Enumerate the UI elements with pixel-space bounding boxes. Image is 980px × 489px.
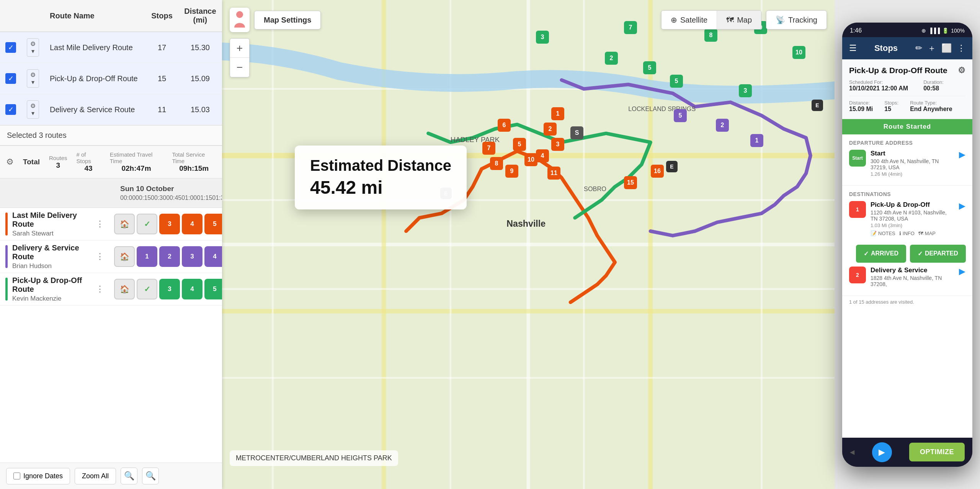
zoom-all-button[interactable]: Zoom All xyxy=(75,468,116,484)
end-pin-e2[interactable]: E xyxy=(666,161,678,172)
map-pin-o8[interactable]: 8 xyxy=(490,157,503,170)
route-gear-button[interactable]: ⚙ ▾ xyxy=(27,100,39,119)
map-pin-p1[interactable]: 1 xyxy=(750,134,763,147)
route-checkbox-cell[interactable]: ✓ xyxy=(0,94,21,125)
map-pin-p2[interactable]: 2 xyxy=(716,119,729,132)
end-pin-e1[interactable]: E xyxy=(812,100,823,111)
totals-gear-icon[interactable]: ⚙ xyxy=(6,157,14,167)
stop-pill[interactable]: 🏠 xyxy=(114,246,135,267)
estimated-distance-popup: Estimated Distance 45.42 mi xyxy=(295,146,467,209)
stop-pill[interactable]: 3 xyxy=(159,279,180,299)
nav-arrow-button[interactable]: ▶ xyxy=(872,442,892,462)
kebab-menu-button[interactable]: ⋮ xyxy=(94,250,106,263)
stop-pill[interactable]: 🏠 xyxy=(114,279,135,299)
route-checkbox[interactable]: ✓ xyxy=(5,104,16,115)
settings-icon[interactable]: ⚙ xyxy=(958,65,965,75)
map-view-buttons: ⊕ Satellite 🗺 Map xyxy=(661,10,761,29)
route-gear-button[interactable]: ⚙ ▾ xyxy=(27,69,39,88)
share-icon[interactable]: ⬜ xyxy=(941,43,952,53)
route-gear-cell[interactable]: ⚙ ▾ xyxy=(21,63,44,94)
stop-pill[interactable]: 4 xyxy=(182,279,203,299)
map-pin-2[interactable]: 2 xyxy=(605,52,618,65)
arrived-button[interactable]: ✓ ARRIVED xyxy=(856,245,906,263)
check-arrived-icon: ✓ xyxy=(864,250,869,257)
phone-time: 1:46 xyxy=(850,27,862,34)
stop-pill[interactable]: 3 xyxy=(182,246,203,267)
kebab-menu-button[interactable]: ⋮ xyxy=(94,218,106,231)
route-checkbox[interactable]: ✓ xyxy=(5,73,16,84)
map-pin-o3[interactable]: 3 xyxy=(551,138,564,151)
zoom-in-map-button[interactable]: + xyxy=(230,39,249,58)
map-pin-o9[interactable]: 9 xyxy=(505,165,518,178)
kebab-menu-button[interactable]: ⋮ xyxy=(94,283,106,296)
ignore-dates-checkbox[interactable] xyxy=(13,473,20,479)
notes-link[interactable]: 📝 NOTES xyxy=(871,231,895,236)
route-gear-button[interactable]: ⚙ ▾ xyxy=(27,38,39,57)
zoom-in-button[interactable]: 🔍 xyxy=(121,468,137,484)
map-pin-o4[interactable]: 4 xyxy=(536,149,549,162)
map-pin-o2[interactable]: 2 xyxy=(544,123,557,136)
map-pin-o1[interactable]: 1 xyxy=(551,107,564,120)
s-pin[interactable]: S xyxy=(570,126,583,139)
map-pin-o6[interactable]: 6 xyxy=(498,119,511,132)
map-pin-3b[interactable]: 3 xyxy=(739,84,752,97)
map-pin-o15[interactable]: 15 xyxy=(624,176,637,189)
person-icon[interactable] xyxy=(230,8,250,32)
info-link[interactable]: ℹ INFO xyxy=(899,231,915,236)
map-pin-o11[interactable]: 11 xyxy=(547,167,560,180)
optimize-button[interactable]: OPTIMIZE xyxy=(909,443,965,461)
map-pin-5b[interactable]: 5 xyxy=(670,75,683,88)
map-pin-o10[interactable]: 10 xyxy=(524,153,537,166)
duration-label: Duration: xyxy=(923,79,944,85)
stop-pill[interactable]: 1 xyxy=(137,246,157,267)
map-pin-10[interactable]: 10 xyxy=(792,46,805,59)
map-pin-o7[interactable]: 7 xyxy=(482,142,495,155)
distance-value: 15.09 Mi xyxy=(849,106,873,113)
more-icon[interactable]: ⋮ xyxy=(957,43,965,53)
map-link[interactable]: 🗺 MAP xyxy=(918,231,936,236)
map-settings-button[interactable]: Map Settings xyxy=(254,11,321,29)
ignore-dates-label[interactable]: Ignore Dates xyxy=(6,468,70,484)
map-button[interactable]: 🗺 Map xyxy=(717,11,761,29)
satellite-button[interactable]: ⊕ Satellite xyxy=(662,11,717,29)
departed-label: DEPARTED xyxy=(925,250,958,257)
route-table-row: ✓ ⚙ ▾ Pick-Up & Drop-Off Route 15 15.09 xyxy=(0,63,222,94)
zoom-out-map-button[interactable]: − xyxy=(230,58,249,77)
start-nav-icon[interactable]: ▶ xyxy=(959,150,965,160)
route-gear-cell[interactable]: ⚙ ▾ xyxy=(21,32,44,63)
zoom-out-button[interactable]: 🔍 xyxy=(142,468,159,484)
stop-pill[interactable]: 4 xyxy=(204,246,222,267)
travel-time-label: Estimated Travel Time xyxy=(110,151,163,164)
tracking-button[interactable]: 📡 Tracking xyxy=(766,10,827,29)
hamburger-icon[interactable]: ☰ xyxy=(849,43,857,53)
timeline-section: Sun 10 October 00:0000:1500:3000:4501:00… xyxy=(0,178,222,463)
route-checkbox[interactable]: ✓ xyxy=(5,42,16,53)
stop-2-nav-icon[interactable]: ▶ xyxy=(959,267,965,276)
arrived-departed-row: ✓ ARRIVED ✓ DEPARTED xyxy=(849,241,965,267)
stop-pill[interactable]: 4 xyxy=(182,214,203,234)
col-gear xyxy=(21,0,44,32)
estimated-distance-title: Estimated Distance xyxy=(310,157,451,174)
stop-pill[interactable]: 2 xyxy=(159,246,180,267)
edit-icon[interactable]: ✏ xyxy=(915,43,922,53)
stop-pill[interactable]: ✓ xyxy=(137,279,157,299)
map-pin-p5[interactable]: 5 xyxy=(674,109,687,122)
stop-pill[interactable]: 3 xyxy=(159,214,180,234)
route-color-bar xyxy=(5,278,8,301)
map-pin-3[interactable]: 3 xyxy=(536,31,549,44)
departed-button[interactable]: ✓ DEPARTED xyxy=(910,245,966,263)
stop-pill[interactable]: 5 xyxy=(204,279,222,299)
map-pin-o5[interactable]: 5 xyxy=(513,138,526,151)
stop-pill[interactable]: 5 xyxy=(204,214,222,234)
signal-icon: ▐▐▐ xyxy=(928,28,940,34)
route-label-info: Last Mile Delivery Route Sarah Stewart xyxy=(12,211,94,237)
route-checkbox-cell[interactable]: ✓ xyxy=(0,32,21,63)
map-pin-5[interactable]: 5 xyxy=(643,61,656,74)
stop-pill[interactable]: ✓ xyxy=(137,214,157,234)
route-checkbox-cell[interactable]: ✓ xyxy=(0,63,21,94)
stop-1-nav-icon[interactable]: ▶ xyxy=(959,201,965,211)
route-gear-cell[interactable]: ⚙ ▾ xyxy=(21,94,44,125)
stop-pill[interactable]: 🏠 xyxy=(114,214,135,234)
add-icon[interactable]: ＋ xyxy=(928,43,936,54)
map-pin-o16[interactable]: 16 xyxy=(651,165,664,178)
